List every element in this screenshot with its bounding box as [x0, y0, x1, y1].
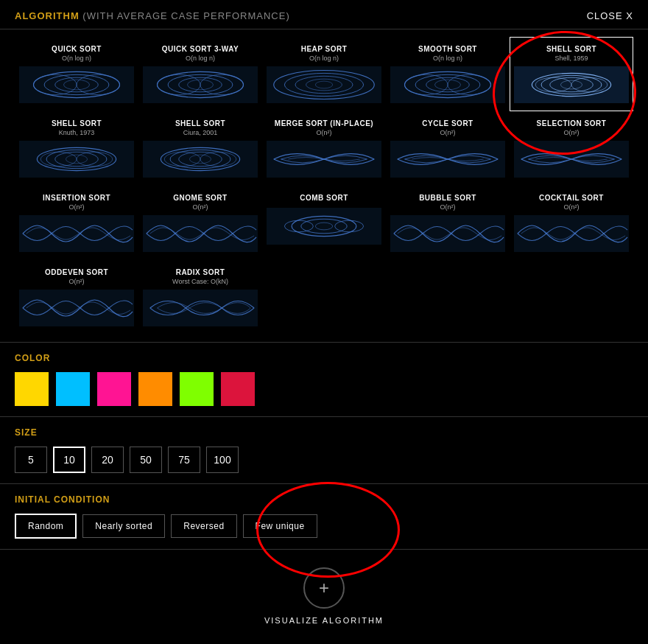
- svg-point-16: [315, 81, 332, 88]
- algo-cell-smooth-sort[interactable]: SMOOTH SORTO(n log n): [386, 37, 510, 111]
- algo-perf: O(n²): [69, 278, 85, 285]
- algo-name: INSERTION SORT: [43, 194, 110, 202]
- color-swatch-1[interactable]: [56, 372, 90, 406]
- algo-name: MERGE SORT (IN-PLACE): [275, 119, 373, 127]
- size-options: 510205075100: [15, 447, 633, 473]
- header-title: ALGORITHM (WITH AVERAGE CASE PERFORMANCE…: [15, 10, 290, 21]
- algo-cell-shell-sort-1959[interactable]: SHELL SORTShell, 1959: [510, 37, 633, 111]
- visualize-section: + VISUALIZE ALGORITHM: [0, 550, 648, 643]
- svg-point-15: [306, 79, 342, 91]
- algo-viz: [514, 215, 629, 252]
- algo-perf: O(n log n): [433, 55, 462, 62]
- condition-btn-nearly-sorted[interactable]: Nearly sorted: [82, 514, 165, 538]
- algo-perf: O(n²): [564, 129, 580, 136]
- algo-cell-heap-sort[interactable]: HEAP SORTO(n log n): [262, 37, 386, 111]
- color-swatch-2[interactable]: [97, 372, 131, 406]
- algo-cell-radix-sort[interactable]: RADIX SORTWorst Case: O(kN): [138, 260, 262, 335]
- algo-name: SHELL SORT: [546, 45, 596, 53]
- size-btn-5[interactable]: 5: [15, 447, 47, 473]
- algo-perf: Ciura, 2001: [183, 129, 218, 136]
- algo-cell-comb-sort[interactable]: COMB SORT: [262, 186, 386, 260]
- algo-name: BUBBLE SORT: [419, 194, 476, 202]
- algo-cell-bubble-sort[interactable]: BUBBLE SORTO(n²): [386, 186, 510, 260]
- algo-cell-quick-sort[interactable]: QUICK SORTO(n log n): [15, 37, 138, 111]
- algo-name: RADIX SORT: [176, 268, 225, 276]
- color-title: COLOR: [15, 353, 633, 363]
- color-swatch-0[interactable]: [15, 372, 49, 406]
- algo-viz: [514, 66, 629, 103]
- algo-viz: [143, 290, 258, 326]
- plus-icon: +: [319, 578, 329, 598]
- algo-perf: O(n²): [193, 203, 208, 211]
- svg-point-13: [284, 73, 363, 96]
- algo-perf: O(n²): [440, 203, 456, 211]
- algo-cell-gnome-sort[interactable]: GNOME SORTO(n²): [138, 186, 262, 260]
- size-section: SIZE 510205075100: [0, 417, 648, 484]
- algo-cell-shell-sort-knuth[interactable]: SHELL SORTKnuth, 1973: [15, 111, 138, 186]
- algo-perf: Knuth, 1973: [59, 129, 95, 136]
- algo-perf: Shell, 1959: [554, 55, 588, 62]
- color-swatch-4[interactable]: [180, 372, 214, 406]
- algo-viz: [19, 66, 134, 103]
- condition-title: INITIAL CONDITION: [15, 494, 633, 505]
- size-btn-100[interactable]: 100: [206, 447, 239, 473]
- algo-name: COCKTAIL SORT: [539, 194, 604, 202]
- condition-btn-random[interactable]: Random: [15, 514, 77, 539]
- condition-section: INITIAL CONDITION RandomNearly sortedRev…: [0, 484, 648, 550]
- close-button[interactable]: CLOSE X: [587, 10, 633, 21]
- algo-viz: [390, 215, 505, 252]
- condition-btn-few-unique[interactable]: Few unique: [243, 514, 317, 538]
- algo-name: COMB SORT: [300, 194, 348, 202]
- algo-perf: Worst Case: O(kN): [172, 278, 228, 285]
- algo-viz: [267, 66, 381, 103]
- title-bold: ALGORITHM: [15, 10, 80, 21]
- svg-point-12: [274, 71, 375, 99]
- algo-viz: [19, 290, 134, 326]
- svg-point-45: [315, 223, 332, 230]
- algo-perf: O(n log n): [62, 55, 91, 62]
- condition-btn-reversed[interactable]: Reversed: [171, 514, 236, 538]
- algo-viz: [267, 141, 381, 178]
- algo-perf: O(n log n): [309, 55, 339, 62]
- color-swatch-5[interactable]: [221, 372, 255, 406]
- algo-name: SELECTION SORT: [537, 119, 607, 127]
- size-btn-75[interactable]: 75: [168, 447, 200, 473]
- algo-viz: [390, 66, 505, 103]
- size-btn-50[interactable]: 50: [130, 447, 162, 473]
- algo-cell-selection-sort[interactable]: SELECTION SORTO(n²): [510, 111, 633, 186]
- algo-cell-cocktail-sort[interactable]: COCKTAIL SORTO(n²): [510, 186, 633, 260]
- algo-name: SHELL SORT: [52, 119, 102, 127]
- condition-options: RandomNearly sortedReversedFew unique: [15, 514, 633, 539]
- svg-point-44: [335, 220, 364, 232]
- svg-point-42: [301, 219, 347, 234]
- size-btn-10[interactable]: 10: [53, 447, 85, 473]
- algo-cell-oddeven-sort[interactable]: ODDEVEN SORTO(n²): [15, 260, 138, 335]
- size-title: SIZE: [15, 427, 633, 438]
- algo-perf: O(n²): [440, 129, 456, 136]
- algo-viz: [267, 208, 381, 245]
- algo-viz: [390, 141, 505, 178]
- algo-cell-merge-sort-inplace[interactable]: MERGE SORT (IN-PLACE)O(n²): [262, 111, 386, 186]
- algo-viz: [514, 141, 629, 178]
- visualize-button[interactable]: + VISUALIZE ALGORITHM: [264, 567, 384, 625]
- algo-name: ODDEVEN SORT: [45, 268, 108, 276]
- size-btn-20[interactable]: 20: [91, 447, 124, 473]
- header: ALGORITHM (WITH AVERAGE CASE PERFORMANCE…: [0, 0, 648, 29]
- algo-cell-insertion-sort[interactable]: INSERTION SORTO(n²): [15, 186, 138, 260]
- color-swatch-3[interactable]: [138, 372, 172, 406]
- algo-name: QUICK SORT: [52, 45, 102, 53]
- algo-perf: O(n²): [317, 129, 332, 136]
- svg-point-43: [284, 220, 313, 232]
- title-sub: (WITH AVERAGE CASE PERFORMANCE): [82, 10, 289, 21]
- algo-name: GNOME SORT: [173, 194, 227, 202]
- algo-viz: [19, 141, 134, 178]
- algo-viz: [19, 215, 134, 252]
- algo-viz: [143, 215, 258, 252]
- algo-cell-shell-sort-ciura[interactable]: SHELL SORTCiura, 2001: [138, 111, 262, 186]
- algo-viz: [143, 66, 258, 103]
- algo-cell-cycle-sort[interactable]: CYCLE SORTO(n²): [386, 111, 510, 186]
- algo-cell-quick-sort-3way[interactable]: QUICK SORT 3-WAYO(n log n): [138, 37, 262, 111]
- visualize-label: VISUALIZE ALGORITHM: [264, 616, 384, 625]
- algo-name: HEAP SORT: [301, 45, 348, 53]
- color-section: COLOR: [0, 343, 648, 417]
